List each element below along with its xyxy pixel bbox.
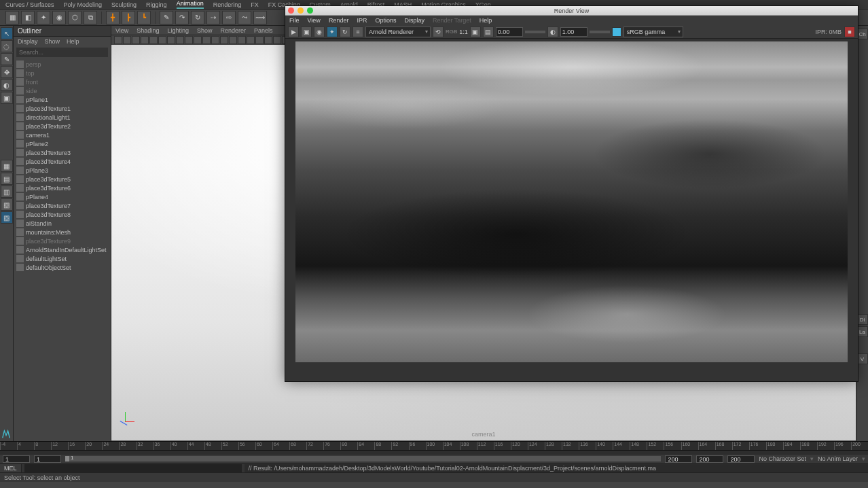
outliner-item[interactable]: side [15, 86, 109, 95]
outliner-item[interactable]: place3dTexture8 [15, 210, 109, 219]
outliner-item[interactable]: top [15, 69, 109, 77]
outliner-item[interactable]: place3dTexture1 [15, 104, 109, 113]
minimize-icon[interactable] [297, 7, 304, 14]
layout-btn[interactable]: ▧ [1, 198, 13, 211]
viewport-menu-item[interactable]: Renderer [220, 27, 246, 34]
outliner-item[interactable]: place3dTexture3 [15, 148, 109, 157]
refresh-ipr-icon[interactable]: ↻ [340, 27, 350, 37]
viewport-menu-item[interactable]: Lighting [167, 27, 189, 34]
shelf-btn[interactable]: ✎ [160, 11, 173, 24]
select-tool-icon[interactable]: ↖ [1, 27, 13, 39]
outliner-item[interactable]: mountains:Mesh [15, 228, 109, 237]
move-tool-icon[interactable]: ✥ [1, 66, 13, 78]
refresh-icon[interactable]: ⟲ [433, 27, 444, 37]
viewport-toggle[interactable] [247, 36, 255, 44]
viewport-menu-item[interactable]: Shading [137, 27, 159, 34]
viewport-toggle[interactable] [238, 36, 246, 44]
outliner-item[interactable]: front [15, 77, 109, 86]
ipr-render-icon[interactable]: ✦ [327, 27, 338, 37]
gamma-slider[interactable] [590, 31, 610, 33]
outliner-item[interactable]: ArnoldStandInDefaultLightSet [15, 245, 109, 254]
shelf-btn[interactable]: ↷ [175, 11, 189, 24]
outliner-item[interactable]: place3dTexture5 [15, 175, 109, 184]
shelf-btn[interactable]: ↻ [191, 11, 204, 24]
viewport-toggle[interactable] [211, 36, 219, 44]
layout-btn[interactable]: ▦ [1, 160, 13, 172]
range-start-outer[interactable]: 1 [3, 455, 30, 463]
shelf-btn[interactable]: ⬡ [68, 11, 82, 24]
maximize-icon[interactable] [307, 7, 313, 14]
outliner-item[interactable]: defaultObjectSet [15, 263, 109, 272]
viewport-toggle[interactable] [167, 36, 175, 44]
exposure-slider[interactable] [525, 31, 545, 33]
workspace-tab[interactable]: Animation [177, 0, 204, 9]
viewport-toggle[interactable] [114, 36, 122, 44]
workspace-tab[interactable]: Rigging [146, 1, 167, 8]
viewport-toggle[interactable] [229, 36, 237, 44]
workspace-tab[interactable]: Sculpting [111, 1, 137, 8]
character-set-select[interactable]: No Character Set [759, 455, 806, 462]
shelf-btn[interactable]: ╋ [106, 11, 120, 24]
viewport-toggle[interactable] [273, 36, 281, 44]
shelf-btn[interactable]: ⇢ [206, 11, 220, 24]
outliner-item[interactable]: place3dTexture2 [15, 122, 109, 130]
render-view-titlebar[interactable]: Render View [285, 6, 858, 16]
outliner-item[interactable]: place3dTexture7 [15, 201, 109, 210]
render-view-menu-item[interactable]: Display [404, 17, 424, 24]
remove-image-icon[interactable]: ▤ [483, 27, 494, 37]
colorspace-select[interactable]: sRGB gamma [623, 27, 683, 37]
viewport-toggle[interactable] [202, 36, 211, 44]
renderer-select[interactable]: Arnold Renderer [365, 27, 431, 37]
shelf-btn[interactable]: ⤳ [238, 11, 251, 24]
viewport-toggle[interactable] [255, 36, 264, 44]
outliner-menu-item[interactable]: Display [18, 38, 38, 45]
outliner-menu-item[interactable]: Show [45, 38, 60, 45]
range-end-inner2[interactable]: 200 [696, 455, 723, 463]
viewport-toggle[interactable] [158, 36, 166, 44]
outliner-menu[interactable]: DisplayShowHelp [14, 37, 111, 46]
shelf-btn[interactable]: ┣ [122, 11, 135, 24]
workspace-tab[interactable]: Rendering [213, 1, 242, 8]
outliner-item[interactable]: directionalLight1 [15, 113, 109, 122]
render-view-menu-item[interactable]: View [308, 17, 321, 24]
shelf-btn[interactable]: ◉ [52, 11, 66, 24]
outliner-item[interactable]: aiStandIn [15, 219, 109, 228]
workspace-tab[interactable]: Poly Modeling [64, 1, 103, 8]
render-view-menu-item[interactable]: Render Target [433, 17, 471, 24]
viewport-menu-item[interactable]: Show [197, 27, 213, 34]
mel-label[interactable]: MEL [0, 464, 22, 472]
contrast-icon[interactable]: ◐ [547, 27, 558, 37]
outliner-item[interactable]: place3dTexture4 [15, 157, 109, 166]
workspace-tab[interactable]: FX [251, 1, 259, 8]
range-end-inner[interactable]: 200 [665, 455, 692, 463]
render-view-menu-item[interactable]: File [289, 17, 300, 24]
range-slider[interactable]: 1 [65, 456, 661, 461]
range-start-inner[interactable]: 1 [34, 455, 61, 463]
redo-render-icon[interactable]: ▶ [288, 27, 299, 37]
viewport-toggle[interactable] [264, 36, 272, 44]
viewport-menu-item[interactable]: View [115, 27, 128, 34]
render-sequence-icon[interactable]: ≡ [352, 27, 363, 37]
render-view-canvas[interactable] [285, 39, 858, 381]
paint-tool-icon[interactable]: ✎ [1, 53, 13, 65]
keep-image-icon[interactable]: ▣ [470, 27, 481, 37]
layout-btn[interactable]: ▨ [1, 211, 13, 224]
gamma-input[interactable] [560, 27, 587, 37]
ratio-label[interactable]: 1:1 [459, 29, 468, 35]
outliner-item[interactable]: pPlane3 [15, 166, 109, 175]
outliner-item[interactable]: pPlane4 [15, 192, 109, 201]
shelf-btn[interactable]: ✦ [37, 11, 50, 24]
outliner-menu-item[interactable]: Help [67, 38, 79, 45]
outliner-item[interactable]: pPlane1 [15, 95, 109, 104]
outliner-item[interactable]: place3dTexture6 [15, 184, 109, 192]
outliner-item[interactable]: camera1 [15, 130, 109, 139]
viewport-toggle[interactable] [123, 36, 131, 44]
viewport-toggle[interactable] [141, 36, 149, 44]
outliner-search[interactable] [16, 48, 108, 57]
viewport-toggle[interactable] [132, 36, 140, 44]
outliner-item[interactable]: place3dTexture9 [15, 237, 109, 245]
render-view-menu-item[interactable]: Options [375, 17, 396, 24]
render-view-menubar[interactable]: FileViewRenderIPROptionsDisplayRender Ta… [285, 16, 858, 25]
anim-layer-select[interactable]: No Anim Layer [818, 455, 858, 462]
shelf-btn[interactable]: ◧ [21, 11, 35, 24]
